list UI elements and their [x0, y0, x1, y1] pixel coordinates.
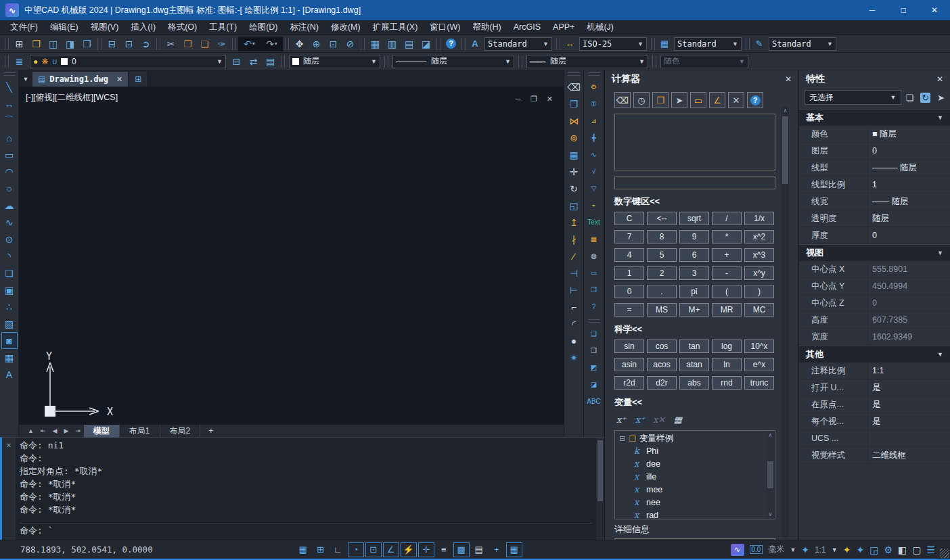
- zwcad-logo-icon[interactable]: ∿: [731, 544, 744, 556]
- stretch-icon[interactable]: ↥: [566, 214, 582, 231]
- calc-help-icon[interactable]: ?: [747, 92, 763, 108]
- scientific-section-label[interactable]: 科学<<: [614, 323, 775, 335]
- annotation-scale-icon[interactable]: ✦: [801, 544, 809, 555]
- calc-key[interactable]: 10^x: [744, 340, 774, 353]
- calc-key[interactable]: /: [712, 212, 742, 225]
- mech-settings-icon[interactable]: ⚙: [586, 78, 602, 95]
- variables-tree[interactable]: ⊟ ❒ 变量样例 k Phi x dee: [614, 430, 775, 519]
- scrollbar-thumb[interactable]: [597, 440, 603, 501]
- calc-key[interactable]: cos: [647, 340, 677, 353]
- units-label[interactable]: 毫米: [768, 544, 784, 555]
- calc-key[interactable]: +: [712, 248, 742, 262]
- color-combo[interactable]: 随层 ▼: [289, 55, 380, 68]
- calc-key[interactable]: trunc: [744, 376, 774, 390]
- add-layout-button[interactable]: +: [200, 425, 221, 436]
- scale-icon[interactable]: ◱: [566, 197, 582, 214]
- calc-key[interactable]: 5: [647, 248, 677, 262]
- annotation-visibility-icon[interactable]: ✦: [856, 544, 864, 555]
- close-button[interactable]: ✕: [919, 0, 950, 20]
- toolbar-grip[interactable]: [3, 72, 16, 76]
- tab-next-icon[interactable]: ▶: [60, 427, 72, 434]
- calc-key[interactable]: MC: [744, 303, 774, 317]
- viewport-controls[interactable]: [-][俯视][二维线框][WCS]: [26, 92, 118, 103]
- text-style-combo[interactable]: Standard▼: [484, 37, 552, 51]
- child-minimize-icon[interactable]: ─: [516, 95, 521, 103]
- weld-symbol-icon[interactable]: ⌁: [586, 197, 602, 214]
- menu-item[interactable]: 帮助(H): [466, 20, 507, 34]
- menu-item[interactable]: 插入(I): [125, 20, 162, 34]
- app-menu-icon[interactable]: ☰: [926, 544, 935, 555]
- polar-tracking-icon[interactable]: ◔: [348, 542, 364, 557]
- tab-last-icon[interactable]: ⇥: [72, 427, 84, 434]
- menu-item[interactable]: 修改(M): [325, 20, 367, 34]
- maximize-button[interactable]: □: [888, 0, 919, 20]
- construction-line-icon[interactable]: ↔: [1, 95, 18, 112]
- calc-key[interactable]: .: [647, 285, 677, 298]
- child-close-icon[interactable]: ✕: [547, 95, 553, 103]
- lineweight-combo[interactable]: —— 随层 ▼: [526, 55, 648, 68]
- transparency-icon[interactable]: ▩: [453, 542, 470, 557]
- hardware-acceleration-icon[interactable]: ◧: [898, 544, 907, 555]
- line-icon[interactable]: ╲: [1, 78, 18, 95]
- selection-combo[interactable]: 无选择 ▼: [805, 90, 901, 105]
- help-button[interactable]: ?: [443, 37, 459, 51]
- save-icon[interactable]: ◫: [45, 37, 62, 51]
- command-input[interactable]: 命令: `: [20, 523, 592, 538]
- calc-key[interactable]: -: [712, 266, 742, 280]
- chevron-down-icon[interactable]: ▼: [639, 58, 645, 65]
- draw-order-above-icon[interactable]: ◩: [586, 359, 602, 376]
- get-coordinates-icon[interactable]: ➤: [671, 92, 687, 108]
- toolbar-grip[interactable]: [588, 72, 600, 76]
- object-snap-tracking-icon[interactable]: ∠: [383, 542, 399, 557]
- title-block-icon[interactable]: ▭: [586, 264, 602, 281]
- child-restore-icon[interactable]: ❐: [530, 95, 537, 103]
- document-tab[interactable]: ▤ Drawing1.dwg ✕: [32, 72, 128, 87]
- dim-style-combo[interactable]: ISO-25▼: [579, 37, 647, 51]
- scroll-down-icon[interactable]: ∨: [769, 511, 773, 517]
- chevron-down-icon[interactable]: ▼: [732, 41, 738, 47]
- calc-key[interactable]: M+: [679, 303, 709, 317]
- pan-icon[interactable]: ✥: [291, 37, 308, 51]
- calc-key[interactable]: 4: [614, 248, 644, 262]
- variable-item[interactable]: x nee: [619, 496, 765, 509]
- measure-angle-icon[interactable]: ∠: [709, 92, 725, 108]
- tool-palettes-icon[interactable]: ▤: [401, 37, 417, 51]
- calc-key[interactable]: 7: [614, 230, 644, 243]
- mech-help-icon[interactable]: ?: [586, 298, 602, 315]
- coordinate-dim-icon[interactable]: ⊿: [586, 112, 602, 129]
- open-folder-icon[interactable]: ❒: [28, 37, 45, 51]
- layer-combo[interactable]: ● ❋ ∪ 0 ▼: [30, 55, 226, 68]
- calc-key[interactable]: 0: [614, 285, 644, 298]
- table-icon[interactable]: ▦: [1, 349, 18, 366]
- save-as-icon[interactable]: ◨: [62, 37, 78, 51]
- layer-bulb-icon[interactable]: ●: [33, 57, 38, 66]
- fillet-icon[interactable]: ◜: [566, 315, 582, 332]
- revcloud-icon[interactable]: ☁: [1, 197, 18, 214]
- datum-symbol-icon[interactable]: ▽: [586, 180, 602, 197]
- donut-icon[interactable]: ◙: [1, 332, 18, 349]
- scrollbar-thumb[interactable]: [767, 461, 773, 488]
- calc-key[interactable]: 1/x: [744, 212, 774, 225]
- tree-root-node[interactable]: ⊟ ❒ 变量样例: [619, 433, 765, 444]
- calc-key[interactable]: (: [712, 285, 742, 298]
- save-all-icon[interactable]: ❐: [78, 37, 95, 51]
- chamfer-icon[interactable]: ⌐: [566, 298, 582, 315]
- sheet-set-icon[interactable]: ❐: [586, 281, 602, 298]
- abc-text-icon[interactable]: ABC: [586, 393, 602, 410]
- variables-section-label[interactable]: 变量<<: [614, 396, 775, 409]
- rectangle-icon[interactable]: ▭: [1, 146, 18, 163]
- break-icon[interactable]: ∕: [566, 248, 582, 264]
- edit-variable-icon[interactable]: x⁺: [633, 413, 647, 426]
- calc-key[interactable]: ln: [712, 358, 742, 371]
- toggle-pickadd-icon[interactable]: ↻: [920, 93, 930, 103]
- variable-item[interactable]: x rad: [619, 509, 765, 519]
- detail-view-icon[interactable]: ①: [586, 95, 602, 112]
- calc-key[interactable]: rnd: [712, 376, 742, 390]
- calc-key[interactable]: MR: [712, 303, 742, 317]
- new-file-icon[interactable]: ⊞: [11, 37, 28, 51]
- insert-block-icon[interactable]: ❏: [1, 264, 18, 281]
- calc-key[interactable]: <--: [647, 212, 677, 225]
- chevron-down-icon[interactable]: ▼: [832, 546, 838, 553]
- mirror-icon[interactable]: ⋈: [566, 112, 582, 129]
- linetype-combo[interactable]: ———— 随层 ▼: [392, 55, 514, 68]
